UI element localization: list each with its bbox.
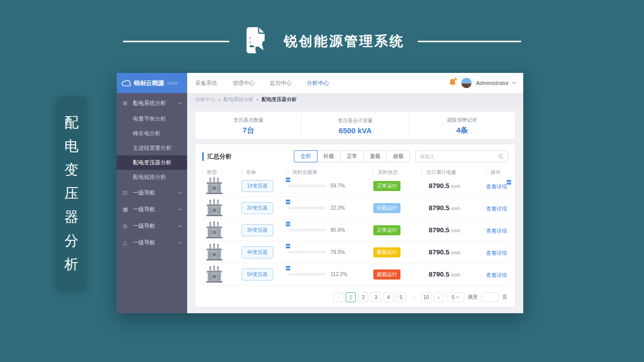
prev-page-button[interactable]: ‹ — [333, 292, 343, 302]
view-details-link[interactable]: 查看详情 — [486, 272, 507, 279]
status-badge: 超载运行 — [373, 269, 400, 280]
summary-controls: 全部 轻载 正常 重载 超载 — [294, 150, 508, 162]
sidebar-item-energy-balance[interactable]: 电量平衡分析 — [117, 112, 187, 126]
chip-badge-icon — [286, 200, 290, 204]
sidebar-item-peak-valley[interactable]: 峰谷电分析 — [117, 126, 187, 141]
energy-value: 8790.5 — [429, 270, 449, 278]
stat-value: 4条 — [456, 126, 468, 135]
page-size-value: 5 — [452, 295, 455, 300]
banner-character: 变 — [64, 163, 78, 177]
energy-unit: kWh — [451, 250, 460, 255]
load-percentage: 59.7% — [331, 183, 345, 189]
filter-normal[interactable]: 正常 — [340, 150, 364, 162]
chevron-down-icon — [178, 223, 182, 227]
sidebar-nav-3[interactable]: ◎ 一级导航 — [117, 218, 187, 234]
energy-unit: kWh — [451, 273, 460, 278]
sidebar-group-label: 配电系统分析 — [133, 100, 166, 107]
col-daily-energy: 当日累计电量 — [422, 169, 486, 175]
search-icon[interactable] — [498, 154, 504, 159]
transformer-name-button[interactable]: 4#变压器 — [242, 246, 273, 258]
breadcrumb-current: 配电变压器分析 — [262, 96, 297, 103]
headline: 锐创能源管理系统 — [0, 26, 644, 56]
chevron-down-icon — [178, 101, 182, 104]
stat-alarm-records: 超限报警记录 4条 — [409, 112, 515, 139]
page-button[interactable]: 3 — [371, 292, 381, 302]
filter-light-load[interactable]: 轻载 — [317, 150, 341, 162]
page-button[interactable]: 10 — [421, 292, 431, 302]
breadcrumb-item[interactable]: 分析中心 — [195, 96, 215, 103]
transformer-image — [203, 221, 225, 239]
stat-label: 变压器总数量 — [233, 117, 264, 124]
view-details-link[interactable]: 查看详情 — [486, 228, 507, 235]
sidebar-nav-1[interactable]: ⊡ 一级导航 — [117, 185, 187, 201]
breadcrumb-separator: > — [218, 97, 221, 103]
load-progress-track — [288, 251, 326, 253]
banner-character: 器 — [64, 210, 78, 224]
transformer-name-button[interactable]: 5#变压器 — [242, 268, 273, 281]
nav-manage-center[interactable]: 管理中心 — [232, 79, 255, 87]
view-details-link[interactable]: 查看详情 — [486, 206, 507, 213]
page-size-select[interactable]: 5 — [446, 292, 464, 302]
col-status: 实时状态 — [373, 169, 422, 175]
sidebar-group-distribution-analysis[interactable]: ⊞ 配电系统分析 — [117, 95, 187, 112]
breadcrumb-item[interactable]: 配电系统分析 — [223, 96, 254, 103]
headline-divider-right — [418, 41, 521, 42]
transformer-image — [203, 265, 225, 284]
col-load-rate: 实时负载率 — [288, 169, 373, 175]
transformer-name-button[interactable]: 1#变压器 — [242, 180, 273, 192]
chip-badge-icon — [286, 244, 290, 248]
energy-unit: kWh — [451, 184, 460, 189]
energy-unit: kWh — [451, 206, 460, 211]
transformer-name-button[interactable]: 2#变压器 — [242, 202, 273, 214]
load-progress-track — [288, 273, 326, 276]
stat-value: 6500 kVA — [339, 126, 372, 135]
next-page-button[interactable]: › — [434, 292, 444, 302]
jump-page-input[interactable] — [481, 292, 499, 302]
filter-overload[interactable]: 超载 — [386, 150, 410, 162]
page-button[interactable]: 4 — [383, 292, 393, 302]
load-progress-track — [288, 229, 326, 231]
chevron-down-icon — [178, 240, 182, 243]
sidebar-nav-label: 一级导航 — [133, 239, 155, 246]
sidebar-nav-label: 一级导航 — [133, 206, 155, 213]
sidebar-item-line-analysis[interactable]: 配电线路分析 — [117, 170, 187, 185]
user-menu-caret-icon[interactable] — [512, 80, 516, 84]
page-button[interactable]: 1 — [346, 292, 356, 302]
table-row: 5#变压器 112.2% 超载运行 8790.5kWh 查看详情 — [202, 263, 508, 286]
table-header: 类型 名称 实时负载率 实时状态 当日累计电量 操作 — [202, 169, 508, 175]
search-box — [415, 150, 508, 162]
sidebar-nav-2[interactable]: ▦ 一级导航 — [117, 201, 187, 218]
sidebar-item-mainline-demand[interactable]: 主进线需量分析 — [117, 141, 187, 155]
col-name: 名称 — [242, 169, 288, 175]
stat-transformer-count: 变压器总数量 7台 — [195, 112, 302, 139]
view-details-link[interactable]: 查看详情 — [486, 250, 507, 257]
filter-heavy-load[interactable]: 重载 — [363, 150, 387, 162]
filter-all[interactable]: 全部 — [294, 150, 317, 162]
transformer-name-button[interactable]: 3#变压器 — [242, 224, 273, 236]
breadcrumb: 分析中心 > 配电系统分析 > 配电变压器分析 — [187, 93, 523, 106]
sidebar-nav-4[interactable]: △ 一级导航 — [117, 234, 187, 251]
nav-monitor-center[interactable]: 监控中心 — [270, 79, 292, 87]
summary-card: 汇总分析 全部 轻载 正常 重载 超载 — [195, 144, 515, 307]
notification-bell-icon[interactable] — [449, 78, 457, 87]
search-input[interactable] — [420, 154, 498, 159]
sidebar-nav-label: 一级导航 — [133, 189, 155, 197]
status-badge: 轻载运行 — [373, 203, 400, 213]
banner-character: 配 — [64, 116, 78, 130]
page-title: 锐创能源管理系统 — [284, 32, 405, 50]
user-avatar[interactable] — [461, 77, 472, 88]
app-name: 锐创云能源 — [134, 79, 164, 87]
external-link-icon: ⊡ — [123, 190, 129, 196]
energy-value: 8790.5 — [429, 226, 449, 234]
page-button[interactable]: 2 — [358, 292, 368, 302]
nav-analysis-center[interactable]: 分析中心 — [307, 79, 329, 87]
nav-collect-system[interactable]: 采集系统 — [195, 79, 217, 87]
apps-icon: ⊞ — [123, 100, 129, 107]
sidebar-item-transformer-analysis[interactable]: 配电变压器分析 — [117, 155, 187, 170]
cloud-logo-icon — [122, 80, 131, 86]
sidebar-logo[interactable]: 锐创云能源 V2.0.0 — [117, 73, 187, 93]
view-details-link[interactable]: 查看详情 — [486, 184, 507, 191]
chip-badge-icon — [286, 266, 290, 270]
stat-value: 7台 — [243, 126, 254, 135]
page-button[interactable]: 5 — [396, 292, 406, 302]
